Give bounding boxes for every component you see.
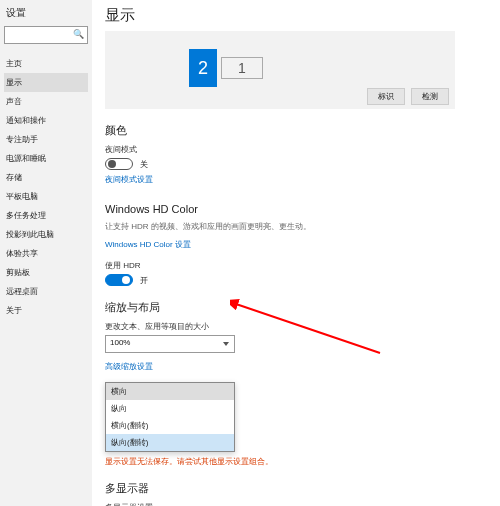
settings-title: 设置 bbox=[6, 6, 88, 20]
multi-heading: 多显示器 bbox=[105, 481, 494, 496]
nav-item-13[interactable]: 关于 bbox=[4, 301, 88, 320]
use-hdr-toggle[interactable] bbox=[105, 274, 133, 286]
use-hdr-state: 开 bbox=[140, 275, 148, 286]
main-content: 显示 2 1 标识 检测 颜色 夜间模式 关 夜间模式设置 Windows HD… bbox=[105, 6, 494, 506]
hdr-description: 让支持 HDR 的视频、游戏和应用的画面更明亮、更生动。 bbox=[105, 221, 494, 232]
nav-item-9[interactable]: 投影到此电脑 bbox=[4, 225, 88, 244]
nav-item-0[interactable]: 主页 bbox=[4, 54, 88, 73]
nav-item-8[interactable]: 多任务处理 bbox=[4, 206, 88, 225]
nav-item-1[interactable]: 显示 bbox=[4, 73, 88, 92]
search-field[interactable] bbox=[5, 30, 75, 40]
scale-section: 缩放与布局 更改文本、应用等项目的大小 100% 高级缩放设置 横向 纵向 横向… bbox=[105, 300, 494, 467]
night-mode-state: 关 bbox=[140, 159, 148, 170]
multi-label: 多显示器设置 bbox=[105, 502, 494, 506]
nav-item-3[interactable]: 通知和操作 bbox=[4, 111, 88, 130]
orientation-dropdown[interactable]: 横向 纵向 横向(翻转) 纵向(翻转) bbox=[105, 382, 235, 452]
orientation-option-portrait-flip[interactable]: 纵向(翻转) bbox=[106, 434, 234, 451]
detect-button[interactable]: 检测 bbox=[411, 88, 449, 105]
nav-item-12[interactable]: 远程桌面 bbox=[4, 282, 88, 301]
nav-item-4[interactable]: 专注助手 bbox=[4, 130, 88, 149]
night-mode-toggle[interactable] bbox=[105, 158, 133, 170]
hdr-settings-link[interactable]: Windows HD Color 设置 bbox=[105, 239, 191, 250]
night-mode-label: 夜间模式 bbox=[105, 144, 494, 155]
orientation-option-landscape-flip[interactable]: 横向(翻转) bbox=[106, 417, 234, 434]
page-title: 显示 bbox=[105, 6, 494, 25]
scale-combo[interactable]: 100% bbox=[105, 335, 235, 353]
nav-item-2[interactable]: 声音 bbox=[4, 92, 88, 111]
use-hdr-label: 使用 HDR bbox=[105, 260, 494, 271]
hdr-heading: Windows HD Color bbox=[105, 203, 494, 215]
nav-item-11[interactable]: 剪贴板 bbox=[4, 263, 88, 282]
advanced-scale-link[interactable]: 高级缩放设置 bbox=[105, 361, 153, 372]
multi-display-section: 多显示器 多显示器设置 扩展这些显示器 设为主显示器 高级显示设置 图形设置 bbox=[105, 481, 494, 506]
color-section: 颜色 夜间模式 关 夜间模式设置 bbox=[105, 123, 494, 189]
monitor-1[interactable]: 1 bbox=[221, 57, 263, 79]
orientation-option-landscape[interactable]: 横向 bbox=[106, 383, 234, 400]
color-heading: 颜色 bbox=[105, 123, 494, 138]
monitor-2[interactable]: 2 bbox=[189, 49, 217, 87]
display-error-text: 显示设置无法保存。请尝试其他显示设置组合。 bbox=[105, 456, 494, 467]
scale-heading: 缩放与布局 bbox=[105, 300, 494, 315]
search-input[interactable]: 🔍 bbox=[4, 26, 88, 44]
orientation-option-portrait[interactable]: 纵向 bbox=[106, 400, 234, 417]
display-arrangement[interactable]: 2 1 标识 检测 bbox=[105, 31, 455, 109]
search-icon: 🔍 bbox=[73, 29, 84, 39]
nav-item-5[interactable]: 电源和睡眠 bbox=[4, 149, 88, 168]
hdr-section: Windows HD Color 让支持 HDR 的视频、游戏和应用的画面更明亮… bbox=[105, 203, 494, 286]
night-mode-settings-link[interactable]: 夜间模式设置 bbox=[105, 174, 153, 185]
nav-item-6[interactable]: 存储 bbox=[4, 168, 88, 187]
identify-button[interactable]: 标识 bbox=[367, 88, 405, 105]
scale-text-label: 更改文本、应用等项目的大小 bbox=[105, 321, 494, 332]
nav-item-10[interactable]: 体验共享 bbox=[4, 244, 88, 263]
settings-sidebar: 设置 🔍 主页显示声音通知和操作专注助手电源和睡眠存储平板电脑多任务处理投影到此… bbox=[0, 0, 92, 506]
nav-item-7[interactable]: 平板电脑 bbox=[4, 187, 88, 206]
